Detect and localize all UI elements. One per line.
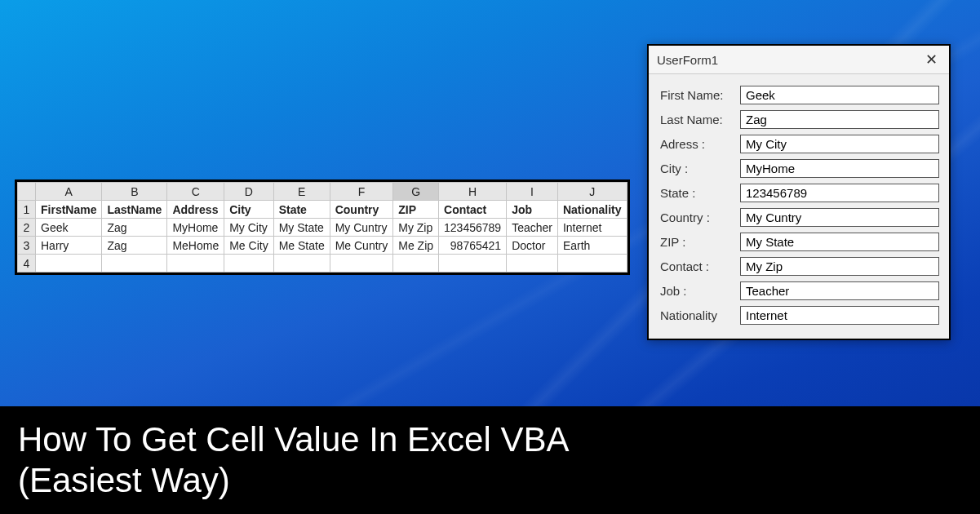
cell[interactable]	[507, 255, 558, 273]
col-head-f[interactable]: F	[330, 183, 393, 201]
userform-titlebar[interactable]: UserForm1 ✕	[649, 46, 949, 74]
col-head-c[interactable]: C	[167, 183, 224, 201]
cell[interactable]	[330, 255, 393, 273]
row-head-3[interactable]: 3	[18, 237, 36, 255]
label-firstname: First Name:	[660, 88, 734, 102]
userform-title: UserForm1	[657, 53, 718, 67]
label-country: Country :	[660, 210, 734, 224]
label-zip: ZIP :	[660, 235, 734, 249]
row-head-2[interactable]: 2	[18, 219, 36, 237]
input-job[interactable]	[740, 281, 939, 300]
col-head-h[interactable]: H	[439, 183, 507, 201]
input-contact[interactable]	[740, 257, 939, 276]
cell[interactable]: Internet	[557, 219, 627, 237]
cell[interactable]: ZIP	[393, 201, 439, 219]
cell[interactable]: Job	[507, 201, 558, 219]
cell[interactable]	[439, 255, 507, 273]
label-job: Job :	[660, 284, 734, 298]
cell[interactable]: Me Zip	[393, 237, 439, 255]
cell[interactable]	[393, 255, 439, 273]
cell[interactable]: LastName	[102, 201, 167, 219]
label-nationality: Nationality	[660, 308, 734, 322]
col-head-j[interactable]: J	[557, 183, 627, 201]
input-country[interactable]	[740, 208, 939, 227]
input-firstname[interactable]	[740, 86, 939, 104]
cell[interactable]: Contact	[439, 201, 507, 219]
label-address: Adress :	[660, 137, 734, 151]
select-all-corner[interactable]	[18, 183, 36, 201]
cell[interactable]	[102, 255, 167, 273]
cell[interactable]: Me City	[224, 237, 273, 255]
article-title-bar: How To Get Cell Value In Excel VBA (Easi…	[0, 406, 980, 514]
title-line2: (Easiest Way)	[18, 461, 230, 499]
cell[interactable]: City	[224, 201, 273, 219]
cell[interactable]	[167, 255, 224, 273]
cell[interactable]: 98765421	[439, 237, 507, 255]
input-lastname[interactable]	[740, 110, 939, 129]
col-head-e[interactable]: E	[273, 183, 330, 201]
label-lastname: Last Name:	[660, 113, 734, 126]
cell[interactable]: My State	[273, 219, 330, 237]
col-head-g[interactable]: G	[393, 183, 439, 201]
title-line1: How To Get Cell Value In Excel VBA	[18, 420, 569, 459]
cell[interactable]: Address	[167, 201, 224, 219]
userform-window: UserForm1 ✕ First Name: Last Name: Adres…	[647, 44, 951, 340]
input-state[interactable]	[740, 184, 939, 202]
col-head-i[interactable]: I	[507, 183, 558, 201]
col-head-b[interactable]: B	[102, 183, 167, 201]
cell[interactable]: Me State	[273, 237, 330, 255]
excel-grid-panel: A B C D E F G H I J 1 FirstName LastName…	[15, 179, 630, 275]
input-address[interactable]	[740, 135, 939, 153]
cell[interactable]: Me Cuntry	[330, 237, 393, 255]
cell[interactable]: Zag	[102, 237, 167, 255]
input-zip[interactable]	[740, 233, 939, 251]
cell[interactable]: Country	[330, 201, 393, 219]
col-head-a[interactable]: A	[36, 183, 102, 201]
cell[interactable]: MyHome	[167, 219, 224, 237]
input-nationality[interactable]	[740, 306, 939, 325]
label-city: City :	[660, 162, 734, 175]
article-title: How To Get Cell Value In Excel VBA (Easi…	[18, 419, 569, 500]
input-city[interactable]	[740, 159, 939, 178]
row-head-4[interactable]: 4	[18, 255, 36, 273]
close-icon[interactable]: ✕	[920, 51, 942, 69]
userform-body: First Name: Last Name: Adress : City : S…	[649, 74, 949, 339]
cell[interactable]: Nationality	[557, 201, 627, 219]
cell[interactable]: My City	[224, 219, 273, 237]
cell[interactable]	[224, 255, 273, 273]
cell[interactable]: Zag	[102, 219, 167, 237]
cell[interactable]: Geek	[36, 219, 102, 237]
cell[interactable]: FirstName	[36, 201, 102, 219]
cell[interactable]: Teacher	[507, 219, 558, 237]
cell[interactable]: My Cuntry	[330, 219, 393, 237]
cell[interactable]: Earth	[557, 237, 627, 255]
row-head-1[interactable]: 1	[18, 201, 36, 219]
cell[interactable]: My Zip	[393, 219, 439, 237]
cell[interactable]: 123456789	[439, 219, 507, 237]
cell[interactable]	[557, 255, 627, 273]
cell[interactable]: Doctor	[507, 237, 558, 255]
excel-table[interactable]: A B C D E F G H I J 1 FirstName LastName…	[17, 182, 627, 273]
col-head-d[interactable]: D	[224, 183, 273, 201]
cell[interactable]	[36, 255, 102, 273]
cell[interactable]: MeHome	[167, 237, 224, 255]
label-state: State :	[660, 186, 734, 200]
cell[interactable]: State	[273, 201, 330, 219]
cell[interactable]: Harry	[36, 237, 102, 255]
cell[interactable]	[273, 255, 330, 273]
label-contact: Contact :	[660, 259, 734, 273]
